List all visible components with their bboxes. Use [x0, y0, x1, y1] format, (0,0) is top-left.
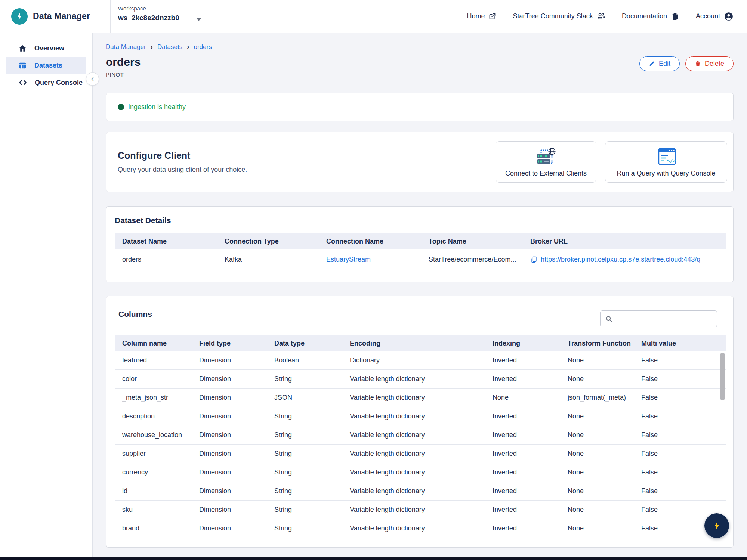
table-cell: Inverted — [485, 525, 560, 532]
table-cell: String — [267, 525, 342, 532]
ingestion-status-text: Ingestion is healthy — [128, 103, 186, 111]
table-cell: None — [560, 356, 634, 364]
delete-button[interactable]: Delete — [685, 56, 734, 71]
table-cell: Dimension — [192, 394, 267, 402]
server-globe-icon — [534, 147, 558, 167]
search-input[interactable] — [616, 311, 717, 327]
table-row: skuDimensionStringVariable length dictio… — [115, 501, 726, 519]
table-cell: None — [560, 487, 634, 495]
topic-name-cell: StarTree/ecommerce/Ecom... — [421, 256, 523, 263]
connect-external-clients-label: Connect to External Clients — [505, 170, 587, 177]
table-cell: False — [634, 487, 726, 495]
columns-table-header-row: Column name Field type Data type Encodin… — [115, 335, 726, 351]
page-title-row: orders PINOT Edit Delete — [106, 56, 734, 78]
table-cell: None — [560, 468, 634, 476]
table-cell: Dimension — [192, 525, 267, 532]
run-query-console-button[interactable]: </> Run a Query with Query Console — [605, 141, 727, 183]
configure-client-title: Configure Client — [118, 150, 247, 161]
sidebar-item-datasets[interactable]: Datasets — [6, 57, 86, 74]
table-scrollbar — [720, 352, 725, 537]
copy-icon[interactable] — [530, 256, 538, 263]
run-query-console-label: Run a Query with Query Console — [617, 170, 715, 177]
sidebar-item-query-console[interactable]: Query Console — [6, 74, 86, 91]
table-cell: supplier — [115, 450, 192, 458]
table-cell: Dimension — [192, 356, 267, 364]
table-cell: Inverted — [485, 506, 560, 514]
nav-slack-label: StarTree Community Slack — [513, 12, 593, 20]
scrollbar-thumb[interactable] — [720, 353, 725, 400]
header-nav: Home StarTree Community Slack Documentat… — [467, 12, 747, 21]
table-cell: Inverted — [485, 431, 560, 439]
column-header: Connection Type — [217, 238, 319, 245]
nav-documentation[interactable]: Documentation — [622, 12, 679, 21]
page-actions: Edit Delete — [639, 56, 734, 71]
sidebar-collapse-button[interactable]: ‹ — [86, 72, 99, 86]
table-cell: Dictionary — [342, 356, 485, 364]
table-cell: Dimension — [192, 506, 267, 514]
data-manager-app: Data Manager Workspace ws_2kc8e2dnzzb0 H… — [0, 0, 747, 560]
sidebar: Overview Datasets Query Console — [0, 33, 93, 557]
configure-client-titles: Configure Client Query your data using c… — [118, 150, 247, 174]
table-cell: Inverted — [485, 375, 560, 383]
dataset-details-card: Dataset Details Dataset Name Connection … — [106, 206, 734, 282]
nav-home[interactable]: Home — [467, 12, 496, 20]
connection-name-link[interactable]: EstuaryStream — [319, 256, 421, 263]
query-console-icon: </> — [655, 147, 677, 167]
table-cell: False — [634, 468, 726, 476]
workspace-selector[interactable]: Workspace ws_2kc8e2dnzzb0 — [110, 0, 212, 33]
edit-button-label: Edit — [659, 60, 670, 68]
table-row: colorDimensionStringVariable length dict… — [115, 370, 726, 389]
svg-text:</>: </> — [667, 158, 676, 163]
dataset-details-table: Dataset Name Connection Type Connection … — [115, 233, 726, 270]
assistant-fab-button[interactable] — [704, 513, 729, 538]
column-header: Field type — [192, 340, 267, 347]
dataset-details-row: orders Kafka EstuaryStream StarTree/ecom… — [115, 249, 726, 270]
table-cell: Inverted — [485, 468, 560, 476]
table-cell: Inverted — [485, 487, 560, 495]
account-person-icon — [724, 12, 734, 21]
table-cell: JSON — [267, 394, 342, 402]
breadcrumb-datasets[interactable]: Datasets — [157, 43, 182, 51]
datasets-table-icon — [18, 61, 27, 70]
table-cell: Variable length dictionary — [342, 525, 485, 532]
table-cell: String — [267, 506, 342, 514]
breadcrumb: Data Manager › Datasets › orders — [106, 43, 734, 51]
external-link-icon — [488, 12, 496, 20]
broker-url-link[interactable]: https://broker.pinot.celpxu.cp.s7e.start… — [541, 256, 700, 263]
table-cell: Dimension — [192, 468, 267, 476]
dataset-details-header-row: Dataset Name Connection Type Connection … — [115, 233, 726, 249]
lightning-bolt-icon — [711, 520, 722, 531]
nav-community-slack[interactable]: StarTree Community Slack — [513, 12, 605, 21]
columns-title: Columns — [118, 310, 152, 319]
table-cell: Variable length dictionary — [342, 506, 485, 514]
table-cell: Dimension — [192, 487, 267, 495]
table-cell: False — [634, 431, 726, 439]
table-row: brandDimensionStringVariable length dict… — [115, 519, 726, 538]
breadcrumb-data-manager[interactable]: Data Manager — [106, 43, 146, 51]
table-cell: description — [115, 412, 192, 420]
table-cell: False — [634, 450, 726, 458]
breadcrumb-current: orders — [194, 43, 212, 51]
table-cell: Dimension — [192, 431, 267, 439]
broker-url-cell: https://broker.pinot.celpxu.cp.s7e.start… — [523, 256, 726, 263]
page-subtitle: PINOT — [106, 71, 141, 78]
table-cell: Dimension — [192, 450, 267, 458]
column-header: Transform Function — [560, 340, 634, 347]
table-cell: Inverted — [485, 450, 560, 458]
edit-button[interactable]: Edit — [639, 56, 680, 71]
table-row: descriptionDimensionStringVariable lengt… — [115, 407, 726, 426]
table-cell: String — [267, 468, 342, 476]
sidebar-item-overview[interactable]: Overview — [6, 40, 86, 57]
documents-icon — [671, 12, 679, 21]
chevron-left-icon: ‹ — [91, 75, 94, 83]
table-row: warehouse_locationDimensionStringVariabl… — [115, 426, 726, 445]
table-cell: String — [267, 412, 342, 420]
column-header: Multi value — [634, 340, 726, 347]
connect-external-clients-button[interactable]: Connect to External Clients — [496, 141, 596, 183]
workspace-label: Workspace — [118, 5, 204, 12]
nav-account[interactable]: Account — [696, 12, 734, 21]
lightning-logo-icon — [11, 8, 28, 25]
table-cell: None — [560, 506, 634, 514]
nav-home-label: Home — [467, 12, 485, 20]
table-cell: sku — [115, 506, 192, 514]
